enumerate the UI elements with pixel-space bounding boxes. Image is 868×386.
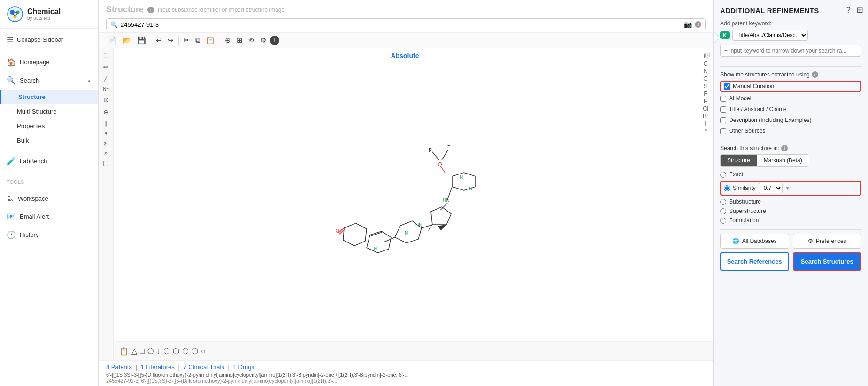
checkbox-manual-curation[interactable]: Manual Curation <box>720 81 861 92</box>
sidebar-sub-multi-structure[interactable]: Multi-Structure <box>0 104 98 119</box>
open-btn[interactable]: 📂 <box>121 35 133 46</box>
search-references-btn[interactable]: Search References <box>720 252 789 271</box>
svg-text:HN: HN <box>415 223 422 228</box>
s-tool[interactable]: .S* <box>101 150 110 158</box>
paste-btn[interactable]: 📋 <box>204 35 217 46</box>
bracket-tool[interactable]: ❙ <box>102 119 109 128</box>
circle-btn[interactable]: ○ <box>201 347 206 356</box>
element-O[interactable]: O <box>703 76 708 82</box>
select-tool[interactable]: ⬚ <box>102 50 110 60</box>
clinical-trials-link[interactable]: 7 Clinical Trials <box>183 363 224 371</box>
collapse-sidebar-btn[interactable]: ☰ Collapse Sidebar <box>0 30 98 49</box>
sidebar-sub-structure[interactable]: Structure <box>0 90 98 104</box>
heptagon-btn[interactable]: ⬡ <box>182 347 189 356</box>
element-S[interactable]: S <box>703 83 708 90</box>
tab-markush[interactable]: Markush (Beta) <box>757 155 809 166</box>
redo-btn[interactable]: ↪ <box>166 35 176 46</box>
pentagon-btn[interactable]: ⬠ <box>147 347 154 356</box>
cut-btn[interactable]: ✂ <box>182 35 192 46</box>
draw-tool[interactable]: ✏ <box>102 62 110 72</box>
tab-structure[interactable]: Structure <box>721 155 757 166</box>
checkbox-manual-curation-label: Manual Curation <box>733 83 774 90</box>
search-bar-icon: 🔍 <box>110 21 118 28</box>
element-I[interactable]: I <box>703 121 708 127</box>
checkbox-other-sources[interactable]: Other Sources <box>720 127 861 135</box>
patents-link[interactable]: 8 Patents <box>106 363 132 371</box>
radio-similarity[interactable]: Similarity 0.7 0.8 0.9 ▼ <box>720 181 861 196</box>
settings-btn[interactable]: ⚙ <box>258 35 268 46</box>
radio-formulation[interactable]: Formulation <box>720 217 861 224</box>
octagon-btn[interactable]: ⬡ <box>192 347 198 356</box>
radio-substructure-input[interactable] <box>720 199 726 205</box>
sidebar-sub-bulk[interactable]: Bulk <box>0 133 98 148</box>
radio-exact-input[interactable] <box>720 172 726 178</box>
show-structures-info-icon[interactable]: i <box>812 71 818 78</box>
radio-substructure[interactable]: Substructure <box>720 198 861 205</box>
structure-search-input[interactable] <box>121 21 681 28</box>
search-structures-btn[interactable]: Search Structures <box>793 252 862 271</box>
radio-similarity-input[interactable] <box>724 185 730 191</box>
info-icon-search: i <box>695 21 701 28</box>
similarity-select[interactable]: 0.7 0.8 0.9 <box>759 183 783 193</box>
search-in-info-icon[interactable]: i <box>781 145 788 151</box>
radio-superstructure[interactable]: Superstructure <box>720 208 861 214</box>
sidebar-item-workspace[interactable]: 🗂 Workspace <box>0 189 98 207</box>
preferences-btn[interactable]: ⚙ Preferences <box>793 234 862 249</box>
r-group-tool[interactable]: R <box>103 130 109 137</box>
checkbox-description[interactable]: Description (Including Examples) <box>720 116 861 124</box>
atom-tool[interactable]: N~ <box>101 85 110 93</box>
copy-btn[interactable]: ⧉ <box>193 35 202 46</box>
info-btn[interactable]: i <box>270 36 279 45</box>
new-file-btn[interactable]: 📄 <box>106 35 119 46</box>
triangle-btn[interactable]: △ <box>131 347 137 356</box>
sidebar-item-labbench[interactable]: 🧪 LabBench <box>0 152 98 170</box>
hexagon-filled-btn[interactable]: ⬡ <box>173 347 179 356</box>
drugs-link[interactable]: 1 Drugs <box>233 363 255 371</box>
element-Br[interactable]: Br <box>703 113 708 120</box>
paste-structure-btn[interactable]: 📋 <box>119 347 129 356</box>
zoom-in-tool[interactable]: ⊕ <box>102 95 110 105</box>
checkbox-ai-model-input[interactable] <box>720 96 726 102</box>
element-F[interactable]: F <box>703 91 708 97</box>
sidebar-workspace-label: Workspace <box>18 195 48 202</box>
h-tool[interactable]: [H] <box>102 159 110 167</box>
element-Cl[interactable]: Cl <box>703 106 708 112</box>
save-btn[interactable]: 💾 <box>135 35 148 46</box>
zoom-fit-btn[interactable]: ⊕ <box>223 35 233 46</box>
checkbox-title-abstract[interactable]: Title / Abstract / Claims <box>720 105 861 114</box>
sidebar-item-homepage[interactable]: 🏠 Homepage <box>0 53 98 71</box>
element-N[interactable]: N <box>703 68 708 75</box>
square-btn[interactable]: □ <box>140 347 145 356</box>
radio-superstructure-input[interactable] <box>720 208 726 214</box>
checkbox-manual-curation-input[interactable] <box>724 83 730 90</box>
element-P[interactable]: P <box>703 98 708 105</box>
camera-icon[interactable]: 📷 <box>684 21 692 28</box>
sidebar-collapse[interactable]: ☰ Collapse Sidebar <box>0 29 98 51</box>
stereo-tool[interactable]: ⊱ <box>102 139 109 148</box>
sidebar-item-history[interactable]: 🕐 History <box>0 226 98 244</box>
sidebar-sub-properties[interactable]: Properties <box>0 119 98 133</box>
sidebar-item-email-alert[interactable]: 📧 Email Alert <box>0 207 98 226</box>
element-more[interactable]: * <box>703 128 708 135</box>
literatures-link[interactable]: 1 Literatures <box>141 363 175 371</box>
sidebar-item-search[interactable]: 🔍 Search ▲ <box>0 71 98 90</box>
all-databases-btn[interactable]: 🌐 All Databases <box>720 234 789 249</box>
clean-btn[interactable]: ⟲ <box>246 35 256 46</box>
undo-btn[interactable]: ↩ <box>154 35 164 46</box>
checkbox-other-sources-input[interactable] <box>720 128 726 134</box>
keyword-input[interactable] <box>720 45 861 57</box>
zoom-out-tool[interactable]: ⊖ <box>102 107 110 117</box>
checkbox-ai-model[interactable]: AI Model <box>720 94 861 103</box>
radio-exact[interactable]: Exact <box>720 171 861 178</box>
keyword-field-select[interactable]: Title/Abst./Claims/Desc. <box>732 30 808 41</box>
arrow-down-btn[interactable]: ↓ <box>157 347 161 356</box>
checkbox-title-abstract-input[interactable] <box>720 106 726 113</box>
bond-tool[interactable]: ╱ <box>103 74 109 83</box>
canvas-grid-icon[interactable]: ⊞ <box>705 51 710 59</box>
hexagon-open-btn[interactable]: ⬡ <box>163 347 170 356</box>
svg-line-17 <box>447 187 452 200</box>
layout-btn[interactable]: ⊞ <box>235 35 245 46</box>
checkbox-description-input[interactable] <box>720 117 726 123</box>
element-C[interactable]: C <box>703 61 708 67</box>
radio-formulation-input[interactable] <box>720 218 726 224</box>
